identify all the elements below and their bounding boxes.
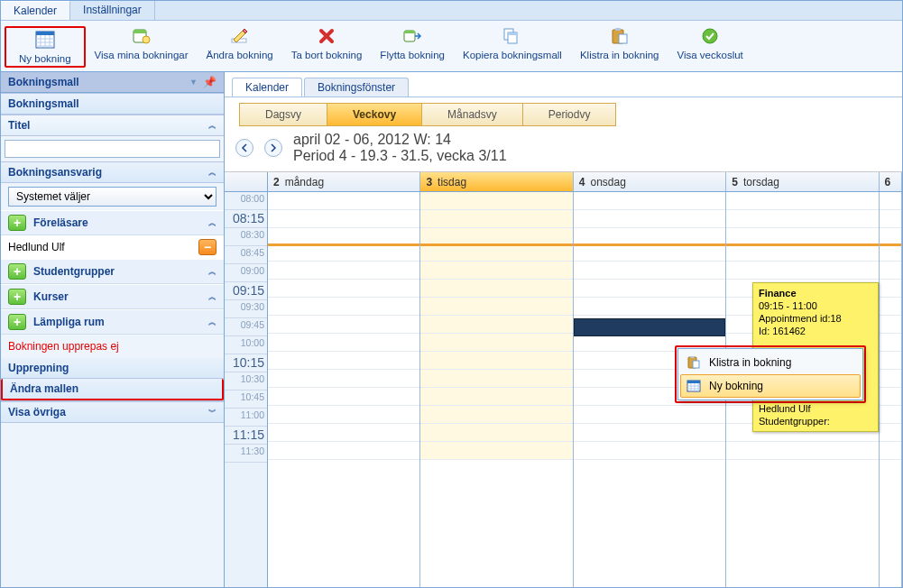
my-bookings-icon [132, 26, 152, 46]
day-header-tue[interactable]: 3tisdag [420, 172, 573, 191]
view-toggle: Dagsvy Veckovy Månadsvy Periodvy [239, 103, 616, 126]
sidebar-item-label: Studentgrupper [33, 265, 115, 278]
titel-input[interactable] [5, 140, 220, 158]
time-label: 11:00 [225, 409, 267, 427]
section-upprepning[interactable]: Upprepning [1, 358, 224, 379]
section-titel[interactable]: Titel ︽ [1, 115, 224, 136]
systemet-valjer-select[interactable]: Systemet väljer [8, 187, 217, 207]
plus-icon[interactable]: + [8, 263, 26, 280]
period-label: Period 4 - 19.3 - 31.5, vecka 3/11 [293, 148, 507, 164]
sidebar-item-lampliga-rum[interactable]: + Lämpliga rum ︽ [1, 309, 224, 335]
svg-rect-23 [693, 361, 699, 368]
time-label: 11:15 [225, 427, 267, 445]
pin-icon[interactable]: 📌 [203, 76, 217, 88]
section-bokningsansvarig[interactable]: Bokningsansvarig ︽ [1, 161, 224, 183]
svg-point-20 [703, 29, 717, 43]
sidebar-item-label: Kurser [33, 290, 69, 303]
time-label: 10:45 [225, 390, 267, 409]
ribbon-label: Visa mina bokningar [95, 50, 189, 60]
section-andra-mallen[interactable]: Ändra mallen [1, 379, 224, 400]
calendar-grid-icon [686, 378, 702, 394]
ribbon-label: Kopiera bokningsmall [463, 50, 562, 60]
andra-bokning-button[interactable]: Ändra bokning [198, 26, 282, 68]
section-label: Bokningsmall [8, 97, 79, 110]
svg-rect-16 [508, 32, 517, 35]
chevron-up-icon: ︽ [208, 291, 217, 303]
svg-rect-19 [619, 34, 627, 43]
svg-rect-13 [404, 31, 415, 33]
context-menu: Klistra in bokning Ny bokning [677, 348, 863, 400]
time-label: 09:30 [225, 300, 267, 318]
checkmark-icon [700, 26, 720, 46]
section-visa-ovriga[interactable]: Visa övriga ︾ [1, 401, 224, 423]
chevron-down-icon: ︾ [208, 407, 217, 418]
chevron-up-icon: ︽ [208, 217, 217, 229]
chevron-up-icon: ︽ [208, 167, 217, 179]
ny-bokning-button[interactable]: Ny bokning [10, 30, 80, 64]
plus-icon[interactable]: + [8, 314, 26, 330]
sidebar-item-kurser[interactable]: + Kurser ︽ [1, 284, 224, 309]
visa-veckoslut-button[interactable]: Visa veckoslut [668, 26, 752, 68]
day-header-thu[interactable]: 5torsdag [726, 172, 879, 191]
section-label: Bokningsansvarig [8, 166, 102, 179]
sidebar-item-studentgrupper[interactable]: + Studentgrupper ︽ [1, 259, 224, 284]
view-manadsvy[interactable]: Månadsvy [422, 104, 523, 125]
view-dagsvy[interactable]: Dagsvy [240, 104, 327, 125]
plus-icon[interactable]: + [8, 289, 26, 305]
view-periodvy[interactable]: Periodvy [523, 104, 616, 125]
minus-icon[interactable]: − [198, 239, 217, 255]
svg-rect-25 [687, 381, 700, 383]
svg-rect-1 [36, 32, 54, 35]
time-label: 09:15 [225, 282, 267, 300]
cm-ny-bokning[interactable]: Ny bokning [680, 374, 861, 398]
ribbon: Ny bokning Visa mina bokningar Ändra bok… [1, 21, 902, 72]
day-col-tue[interactable] [420, 192, 573, 587]
ribbon-label: Visa veckoslut [677, 50, 743, 60]
section-label: Titel [8, 119, 30, 132]
time-label: 08:00 [225, 192, 267, 210]
sidebar: Bokningsmall ▼ 📌 Bokningsmall Titel ︽ Bo… [1, 72, 225, 587]
sidebar-item-forelasare[interactable]: + Föreläsare ︽ [1, 210, 224, 235]
tab-bokningsfonster[interactable]: Bokningsfönster [304, 78, 409, 96]
plus-icon[interactable]: + [8, 215, 26, 231]
day-header-row: 2måndag 3tisdag 4onsdag 5torsdag 6 [268, 172, 902, 192]
prev-week-button[interactable] [235, 139, 253, 157]
top-tab-strip: Kalender Inställningar [1, 1, 902, 21]
tab-installningar[interactable]: Inställningar [70, 1, 155, 20]
svg-rect-22 [690, 356, 695, 358]
move-booking-icon [402, 26, 422, 46]
view-veckovy[interactable]: Veckovy [327, 104, 422, 125]
tab-kalender[interactable]: Kalender [1, 1, 70, 20]
day-header-fri[interactable]: 6 [880, 172, 902, 191]
day-header-mon[interactable]: 2måndag [268, 172, 420, 191]
ta-bort-bokning-button[interactable]: Ta bort bokning [282, 26, 372, 68]
hedlund-ulf-label: Hedlund Ulf [8, 241, 65, 253]
sidebar-title: Bokningsmall [8, 76, 79, 88]
day-col-fri[interactable] [880, 192, 902, 587]
kopiera-bokningsmall-button[interactable]: Kopiera bokningsmall [454, 26, 571, 68]
klistra-in-bokning-button[interactable]: Klistra in bokning [571, 26, 668, 68]
next-week-button[interactable] [264, 139, 282, 157]
tooltip-appt: Appointmend id:18 [759, 312, 872, 325]
time-gutter: 08:00 08:15 08:30 08:45 09:00 09:15 09:3… [225, 192, 268, 587]
dropdown-icon[interactable]: ▼ [189, 78, 198, 87]
section-bokningsmall[interactable]: Bokningsmall [1, 93, 224, 115]
svg-rect-9 [134, 30, 146, 33]
sidebar-item-label: Lämpliga rum [33, 316, 105, 328]
day-header-wed[interactable]: 4onsdag [574, 172, 726, 191]
selected-slot[interactable] [574, 318, 725, 336]
ribbon-label: Ändra bokning [207, 50, 273, 60]
time-label: 11:30 [225, 445, 267, 463]
time-label: 08:30 [225, 228, 267, 246]
time-label: 09:00 [225, 264, 267, 282]
tab-kalender-content[interactable]: Kalender [232, 78, 302, 96]
chevron-up-icon: ︽ [208, 120, 217, 132]
date-range-label: april 02 - 06, 2012 W: 14 [293, 132, 507, 148]
tooltip-extra: Hedlund Ulf [759, 402, 872, 415]
cm-klistra-in-bokning[interactable]: Klistra in bokning [680, 351, 861, 374]
visa-mina-bokningar-button[interactable]: Visa mina bokningar [86, 26, 198, 68]
section-label: Visa övriga [8, 406, 66, 418]
day-col-mon[interactable] [268, 192, 420, 587]
paste-booking-icon [610, 26, 630, 46]
flytta-bokning-button[interactable]: Flytta bokning [371, 26, 454, 68]
